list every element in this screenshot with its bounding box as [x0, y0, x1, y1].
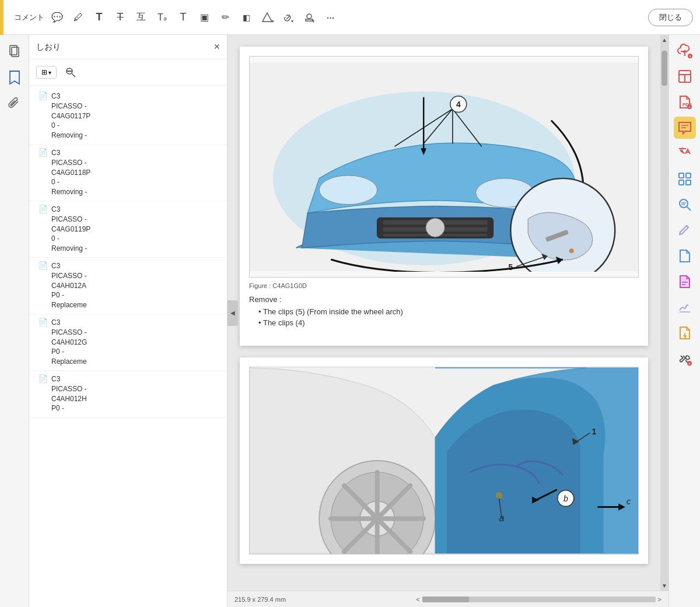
svg-line-73: [687, 206, 691, 210]
sidebar-item-5[interactable]: 📄 C3PICASSO -C4AH012HP0 -: [29, 371, 227, 417]
paperclip-icon[interactable]: [5, 94, 24, 114]
sidebar-item-text-0: C3PICASSO -C4AG0117P0 -Removing -: [51, 92, 90, 141]
grid-view-icon: ⊞: [41, 68, 47, 76]
toolbar-comment-label: コメント: [14, 12, 44, 23]
text-style-a-icon[interactable]: Tₐ: [154, 9, 170, 26]
status-bar: 215.9 x 279.4 mm < >: [228, 591, 668, 607]
svg-text:+: +: [688, 361, 691, 366]
translate-icon[interactable]: [674, 142, 696, 164]
stamp-dropdown-icon[interactable]: ▾: [301, 9, 317, 26]
figure-caption-1: Figure : C4AG1G0D: [249, 282, 639, 289]
text-box-a-icon[interactable]: 互: [133, 9, 149, 26]
scrollbar-thumb[interactable]: [662, 51, 667, 86]
layout-icon[interactable]: [674, 65, 696, 87]
content-with-scrollbar: ◀: [228, 35, 668, 591]
sidebar-item-text-2: C3PICASSO -C4AG0119P0 -Removing -: [51, 205, 90, 254]
sidebar: しおり × ⊞ ▾ 📄 C3PICASSO -C4AG0117P0 -Remov…: [29, 35, 228, 607]
link-dropdown-icon[interactable]: ▾: [280, 9, 296, 26]
sidebar-search-btn[interactable]: [61, 63, 80, 82]
main-area: しおり × ⊞ ▾ 📄 C3PICASSO -C4AG0117P0 -Remov…: [0, 35, 700, 607]
settings-icon[interactable]: +: [674, 348, 696, 370]
remove-item-1: The clips (4): [258, 318, 639, 327]
cloud-upload-icon[interactable]: +: [674, 40, 696, 62]
remove-section: Remove : The clips (5) (From inside the …: [249, 295, 639, 327]
page-doc-icon-4: 📄: [38, 318, 48, 327]
file-icon[interactable]: [674, 245, 696, 267]
highlight-pen-icon[interactable]: 🖊: [70, 9, 86, 26]
export-icon[interactable]: [674, 322, 696, 344]
remove-title: Remove :: [249, 295, 639, 304]
sidebar-header: しおり ×: [29, 35, 227, 59]
scroll-down-btn[interactable]: ▼: [660, 581, 668, 591]
text-icon[interactable]: T: [91, 9, 107, 26]
collapse-arrow-icon: ◀: [230, 310, 235, 316]
sidebar-title: しおり: [36, 42, 209, 52]
svg-text:5: 5: [508, 262, 513, 272]
svg-rect-10: [66, 71, 72, 72]
sidebar-item-text-1: C3PICASSO -C4AG0118P0 -Removing -: [51, 148, 90, 197]
pages-icon[interactable]: [5, 41, 24, 61]
plain-text-icon[interactable]: T: [175, 9, 191, 26]
vertical-scrollbar[interactable]: ▲ ▼: [660, 35, 668, 591]
right-panel: + PDF +: [668, 35, 700, 607]
remove-list: The clips (5) (From inside the wheel arc…: [249, 307, 639, 327]
horizontal-scrollbar[interactable]: [422, 597, 656, 602]
svg-text:▾: ▾: [291, 19, 293, 24]
page-doc-icon-2: 📄: [38, 205, 48, 213]
scroll-left-btn[interactable]: <: [416, 596, 419, 603]
svg-text:+: +: [688, 105, 690, 109]
close-button[interactable]: 閉じる: [648, 9, 693, 26]
edit-icon[interactable]: [674, 219, 696, 241]
document-page-2: a b: [240, 357, 648, 564]
remove-item-0: The clips (5) (From inside the wheel arc…: [258, 307, 639, 316]
svg-rect-71: [686, 180, 691, 185]
svg-point-19: [426, 218, 444, 237]
sidebar-close-button[interactable]: ×: [214, 41, 220, 53]
pencil-draw-icon[interactable]: ✏: [217, 9, 233, 26]
sidebar-item-text-5: C3PICASSO -C4AH012HP0 -: [51, 374, 87, 413]
strikethrough-text-icon[interactable]: T: [112, 9, 128, 26]
text-frame-icon[interactable]: ▣: [196, 9, 212, 26]
sidebar-item-0[interactable]: 📄 C3PICASSO -C4AG0117P0 -Removing -: [29, 88, 227, 145]
sidebar-item-3[interactable]: 📄 C3PICASSO -C4AH012AP0 -Replaceme: [29, 258, 227, 314]
document-page-1: 4: [240, 47, 648, 346]
content-scroll[interactable]: ◀: [228, 35, 660, 591]
eraser-icon[interactable]: ◧: [238, 9, 254, 26]
svg-rect-70: [679, 180, 684, 185]
grid-icon[interactable]: [674, 168, 696, 190]
figure2-container: a b: [249, 367, 639, 555]
scroll-up-btn[interactable]: ▲: [660, 35, 668, 45]
sign-icon[interactable]: [674, 296, 696, 318]
svg-text:+: +: [688, 54, 691, 58]
shapes-dropdown-icon[interactable]: ▾: [259, 9, 275, 26]
svg-point-31: [569, 248, 574, 253]
sidebar-item-text-4: C3PICASSO -C4AH012GP0 -Replaceme: [51, 318, 87, 367]
sidebar-item-2[interactable]: 📄 C3PICASSO -C4AG0119P0 -Removing -: [29, 201, 227, 258]
sidebar-item-1[interactable]: 📄 C3PICASSO -C4AG0118P0 -Removing -: [29, 145, 227, 201]
pdf-add-icon[interactable]: PDF +: [674, 91, 696, 113]
figure1-svg: 4: [250, 62, 638, 272]
svg-text:c: c: [626, 497, 631, 506]
comment-bubble-icon[interactable]: 💬: [49, 9, 65, 26]
page-doc-icon-1: 📄: [38, 148, 48, 157]
svg-point-13: [319, 176, 377, 205]
more-options-icon[interactable]: ···: [322, 9, 338, 26]
svg-text:4: 4: [456, 100, 461, 109]
main-toolbar: コメント 💬 🖊 T T 互 Tₐ T ▣ ✏ ◧ ▾ ▾ ▾ ··· 閉じる: [0, 0, 700, 35]
page-dimensions: 215.9 x 279.4 mm: [235, 596, 286, 603]
scrollbar-track[interactable]: [660, 45, 668, 581]
svg-point-44: [495, 492, 502, 499]
bookmark-icon[interactable]: [5, 68, 24, 87]
file2-icon[interactable]: [674, 271, 696, 293]
content-area: ◀: [228, 35, 668, 607]
svg-rect-68: [679, 173, 684, 178]
status-bar-right: < >: [416, 596, 662, 603]
sidebar-view-btn[interactable]: ⊞ ▾: [36, 66, 57, 79]
chat-active-icon[interactable]: [674, 117, 696, 139]
search-icon[interactable]: [674, 194, 696, 216]
svg-text:▾: ▾: [272, 19, 274, 24]
sidebar-collapse-btn[interactable]: ◀: [228, 300, 238, 326]
h-scrollbar-thumb[interactable]: [422, 597, 469, 602]
scroll-right-btn[interactable]: >: [658, 596, 662, 603]
sidebar-item-4[interactable]: 📄 C3PICASSO -C4AH012GP0 -Replaceme: [29, 314, 227, 371]
